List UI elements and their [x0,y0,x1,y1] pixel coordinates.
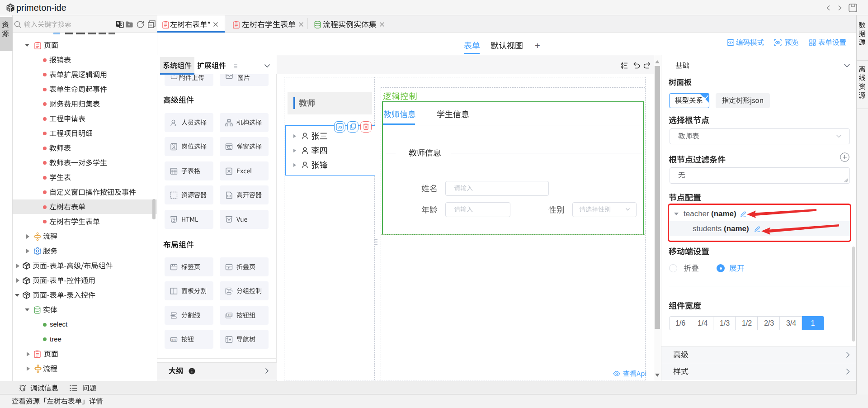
svg-text:JS: JS [337,125,342,129]
svg-text:BTN: BTN [172,339,176,341]
svg-text:BTN: BTN [228,314,232,316]
